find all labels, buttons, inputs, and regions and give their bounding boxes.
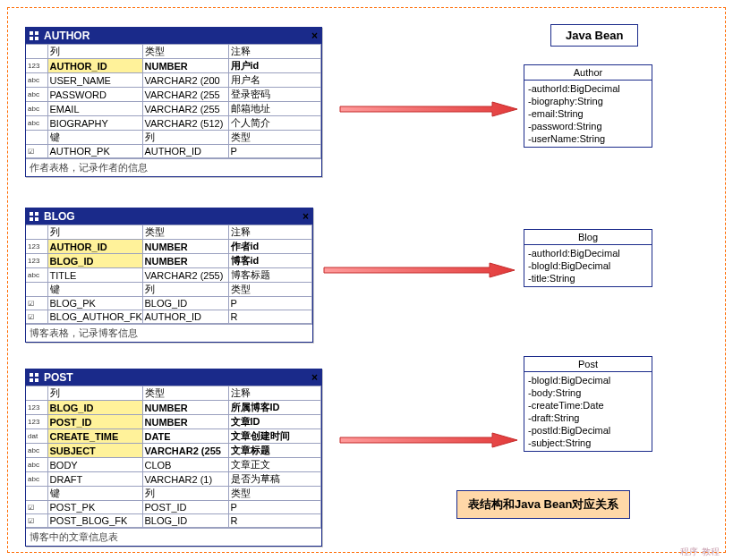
col-type-cell: NUMBER bbox=[142, 254, 228, 268]
key-icon: ☑ bbox=[26, 310, 47, 324]
columns-grid-author: 列 类型 注释 123AUTHOR_IDNUMBER用户idabcUSER_NA… bbox=[26, 44, 321, 158]
col-type-cell: NUMBER bbox=[142, 59, 228, 73]
col-name-cell: EMAIL bbox=[47, 102, 142, 116]
watermark: 程序 教程 bbox=[680, 546, 720, 558]
col-comment-cell: 作者id bbox=[228, 240, 312, 254]
caption-box: 表结构和Java Bean对应关系 bbox=[456, 490, 630, 519]
bean-field: -biography:String bbox=[528, 95, 648, 107]
table-icon bbox=[30, 212, 40, 221]
col-comment-cell: 邮箱地址 bbox=[228, 102, 321, 116]
row-type-icon: 123 bbox=[26, 59, 47, 73]
col-name-cell: AUTHOR_ID bbox=[47, 240, 142, 254]
col-comment-cell: 用户名 bbox=[228, 73, 321, 88]
col-comment-cell: 用户id bbox=[228, 59, 321, 73]
table-row: abcSUBJECTVARCHAR2 (255文章标题 bbox=[26, 444, 321, 458]
col-name-cell: SUBJECT bbox=[47, 444, 142, 458]
col-type-cell: NUMBER bbox=[142, 240, 228, 254]
table-panel-blog: BLOG × 列 类型 注释 123AUTHOR_IDNUMBER作者id123… bbox=[25, 208, 313, 343]
col-comment-cell: 登录密码 bbox=[228, 88, 321, 102]
col-type-cell: VARCHAR2 (512) bbox=[142, 116, 228, 131]
table-row: 123AUTHOR_IDNUMBER作者id bbox=[26, 240, 312, 254]
table-title: BLOG bbox=[44, 210, 75, 223]
col-name-cell: PASSWORD bbox=[47, 88, 142, 102]
col-name-cell: TITLE bbox=[47, 268, 142, 283]
bean-box-blog: Blog -authorId:BigDecimal-blogId:BigDeci… bbox=[524, 229, 652, 287]
row-type-icon: abc bbox=[26, 458, 47, 472]
key-header: 键 bbox=[47, 131, 142, 145]
table-row: ☑POST_PKPOST_IDP bbox=[26, 501, 321, 514]
columns-grid-post: 列 类型 注释 123BLOG_IDNUMBER所属博客ID123POST_ID… bbox=[26, 386, 321, 528]
table-footer: 博客表格，记录博客信息 bbox=[26, 324, 312, 342]
col-type-cell: NUMBER bbox=[142, 401, 228, 415]
table-row: abcDRAFTVARCHAR2 (1)是否为草稿 bbox=[26, 472, 321, 487]
arrow-icon bbox=[340, 431, 519, 449]
col-comment-cell: 文章正文 bbox=[228, 458, 321, 472]
key-type-cell: R bbox=[228, 310, 312, 324]
table-row: abcBIOGRAPHYVARCHAR2 (512)个人简介 bbox=[26, 116, 321, 131]
row-type-icon: 123 bbox=[26, 240, 47, 254]
table-row: 123POST_IDNUMBER文章ID bbox=[26, 415, 321, 429]
col-comment-cell: 所属博客ID bbox=[228, 401, 321, 415]
close-icon[interactable]: × bbox=[311, 371, 318, 384]
table-row: 123AUTHOR_IDNUMBER用户id bbox=[26, 59, 321, 73]
col-type-cell: VARCHAR2 (200 bbox=[142, 73, 228, 88]
bean-field: -authorId:BigDecimal bbox=[528, 247, 648, 259]
key-name-cell: POST_PK bbox=[47, 501, 142, 514]
table-footer: 博客中的文章信息表 bbox=[26, 528, 321, 546]
row-type-icon: 123 bbox=[26, 415, 47, 429]
table-footer: 作者表格，记录作者的信息 bbox=[26, 158, 321, 176]
panel-title-author: AUTHOR × bbox=[26, 28, 321, 44]
table-row: abcUSER_NAMEVARCHAR2 (200用户名 bbox=[26, 73, 321, 88]
row-type-icon: abc bbox=[26, 73, 47, 88]
row-type-icon: 123 bbox=[26, 254, 47, 268]
col-comment-cell: 文章创建时间 bbox=[228, 429, 321, 444]
col-type-cell: VARCHAR2 (255 bbox=[142, 444, 228, 458]
panel-title-post: POST × bbox=[26, 369, 321, 386]
bean-field: -email:String bbox=[528, 107, 648, 120]
key-icon: ☑ bbox=[26, 297, 47, 310]
col-type-cell: NUMBER bbox=[142, 415, 228, 429]
table-icon bbox=[30, 31, 40, 40]
col-type-cell: VARCHAR2 (255 bbox=[142, 102, 228, 116]
type-header: 类型 bbox=[228, 131, 321, 145]
key-name-cell: BLOG_PK bbox=[47, 297, 142, 310]
key-col-cell: AUTHOR_ID bbox=[142, 145, 228, 158]
key-type-cell: P bbox=[228, 145, 321, 158]
key-icon: ☑ bbox=[26, 501, 47, 514]
col-comment-cell: 个人简介 bbox=[228, 116, 321, 131]
key-col-cell: POST_ID bbox=[142, 501, 228, 514]
bean-field: -blogId:BigDecimal bbox=[528, 374, 648, 386]
bean-field: -authorId:BigDecimal bbox=[528, 82, 648, 95]
col-name-cell: DRAFT bbox=[47, 472, 142, 487]
bean-field: -body:String bbox=[528, 386, 648, 399]
col-comment-cell: 文章标题 bbox=[228, 444, 321, 458]
bean-field: -postId:BigDecimal bbox=[528, 424, 648, 437]
row-type-icon: abc bbox=[26, 472, 47, 487]
close-icon[interactable]: × bbox=[311, 30, 318, 42]
key-col-cell: BLOG_ID bbox=[142, 297, 228, 310]
col-comment-cell: 博客标题 bbox=[228, 268, 312, 283]
bean-field: -userName:String bbox=[528, 132, 648, 145]
table-row: 123BLOG_IDNUMBER博客id bbox=[26, 254, 312, 268]
type-header: 类型 bbox=[142, 45, 228, 59]
table-row: 123BLOG_IDNUMBER所属博客ID bbox=[26, 401, 321, 415]
close-icon[interactable]: × bbox=[303, 210, 309, 223]
bean-box-post: Post -blogId:BigDecimal-body:String-crea… bbox=[524, 356, 652, 452]
table-row: ☑AUTHOR_PKAUTHOR_IDP bbox=[26, 145, 321, 158]
col-comment-cell: 博客id bbox=[228, 254, 312, 268]
table-panel-author: AUTHOR × 列 类型 注释 123AUTHOR_IDNUMBER用户ida… bbox=[25, 27, 322, 177]
key-type-cell: P bbox=[228, 501, 321, 514]
arrow-icon bbox=[340, 100, 519, 118]
col-name-cell: USER_NAME bbox=[47, 73, 142, 88]
table-row: abcTITLEVARCHAR2 (255)博客标题 bbox=[26, 268, 312, 283]
row-type-icon: abc bbox=[26, 88, 47, 102]
col-header: 列 bbox=[47, 45, 142, 59]
col-type-cell: VARCHAR2 (255) bbox=[142, 268, 228, 283]
bean-box-author: Author -authorId:BigDecimal-biography:St… bbox=[524, 64, 652, 148]
table-icon bbox=[30, 373, 40, 382]
col-type-cell: VARCHAR2 (255 bbox=[142, 88, 228, 102]
arrow-icon bbox=[324, 261, 516, 279]
java-bean-header: Java Bean bbox=[550, 24, 638, 47]
table-row: datCREATE_TIMEDATE文章创建时间 bbox=[26, 429, 321, 444]
col-name-cell: POST_ID bbox=[47, 415, 142, 429]
